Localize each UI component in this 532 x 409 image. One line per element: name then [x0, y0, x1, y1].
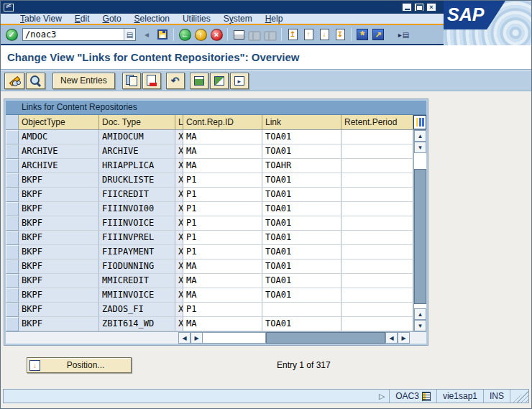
row-selector[interactable]: [6, 245, 19, 259]
cancel-button[interactable]: ×: [208, 27, 224, 42]
cell[interactable]: X: [175, 159, 183, 173]
cell[interactable]: X: [175, 317, 183, 331]
cell[interactable]: ZBIT614_WD: [99, 317, 175, 331]
cell[interactable]: [341, 274, 413, 288]
row-selector[interactable]: [6, 144, 19, 159]
cell[interactable]: X: [175, 245, 183, 259]
cell[interactable]: AMIDOCUM: [99, 130, 175, 144]
cell[interactable]: TOA01: [262, 274, 341, 288]
cell[interactable]: TOA01: [262, 144, 341, 159]
cell[interactable]: X: [175, 130, 183, 144]
hscroll-track[interactable]: [203, 332, 266, 344]
cell[interactable]: P1: [183, 303, 262, 317]
cell[interactable]: [341, 188, 413, 202]
copy-as-button[interactable]: [122, 73, 141, 89]
row-selector[interactable]: [6, 216, 19, 231]
cell[interactable]: P1: [183, 216, 262, 231]
exit-button[interactable]: ↑: [193, 27, 208, 42]
cell[interactable]: P1: [183, 188, 262, 202]
row-selector[interactable]: [6, 188, 19, 202]
cell[interactable]: [341, 202, 413, 216]
resize-grip[interactable]: [510, 390, 528, 403]
scroll-left-button-right[interactable]: ◀: [385, 332, 398, 344]
cell[interactable]: TOA01: [262, 259, 341, 274]
status-expand-button[interactable]: ▷: [375, 390, 389, 403]
cell[interactable]: BKPF: [19, 317, 99, 331]
cell[interactable]: [341, 245, 413, 259]
cell[interactable]: MMIINVOICE: [99, 288, 175, 303]
cell[interactable]: X: [175, 259, 183, 274]
cell[interactable]: MA: [183, 130, 262, 144]
cell[interactable]: [341, 231, 413, 245]
undo-change-button[interactable]: ↶: [166, 73, 185, 89]
vertical-scrollbar[interactable]: ▲▼▲▼: [413, 130, 426, 331]
cell[interactable]: P1: [183, 202, 262, 216]
cell[interactable]: TOA01: [262, 245, 341, 259]
row-selector[interactable]: [6, 274, 19, 288]
cell[interactable]: FIIINVPREL: [99, 231, 175, 245]
column-header-l[interactable]: L: [175, 115, 183, 129]
menu-utilities[interactable]: Utilities: [176, 14, 217, 24]
horizontal-scrollbar[interactable]: ◀▶◀▶: [6, 331, 426, 344]
cell[interactable]: X: [175, 202, 183, 216]
row-selector[interactable]: [6, 317, 19, 331]
delete-button[interactable]: [142, 73, 161, 89]
back-button[interactable]: ←: [177, 27, 193, 42]
deselect-all-button[interactable]: ▸: [230, 73, 249, 89]
toggle-display-change-button[interactable]: [4, 73, 24, 89]
command-history-button[interactable]: ▤: [124, 29, 135, 40]
row-selector[interactable]: [6, 159, 19, 173]
hscroll-thumb[interactable]: [266, 332, 385, 344]
new-session-button[interactable]: *: [354, 27, 370, 42]
cell[interactable]: BKPF: [19, 188, 99, 202]
cell[interactable]: MA: [183, 317, 262, 331]
select-all-button[interactable]: [190, 73, 208, 89]
row-selector[interactable]: [6, 259, 19, 274]
cell[interactable]: AMDOC: [19, 130, 99, 144]
menu-help[interactable]: Help: [259, 14, 290, 24]
select-block-button[interactable]: [210, 73, 229, 89]
cell[interactable]: MMICREDIT: [99, 274, 175, 288]
column-header-doc-type[interactable]: Doc. Type: [99, 115, 175, 129]
vscroll-thumb[interactable]: [414, 169, 426, 304]
row-selector[interactable]: [6, 130, 19, 144]
column-header-link[interactable]: Link: [262, 115, 341, 129]
enter-button[interactable]: ✓: [4, 27, 19, 42]
cell[interactable]: X: [175, 288, 183, 303]
cell[interactable]: [341, 130, 413, 144]
cell[interactable]: TOA01: [262, 130, 341, 144]
header-selection-cell[interactable]: [6, 115, 19, 129]
command-input[interactable]: [23, 29, 124, 40]
scroll-left-button[interactable]: ◀: [178, 332, 191, 344]
menu-table-view[interactable]: Table View: [14, 14, 68, 24]
cell[interactable]: [262, 303, 341, 317]
cell[interactable]: P1: [183, 231, 262, 245]
collapse-command-field-button[interactable]: ◂: [139, 27, 155, 42]
cell[interactable]: X: [175, 231, 183, 245]
cell[interactable]: FIIINVOICE: [99, 216, 175, 231]
scroll-up-button-bottom[interactable]: ▲: [414, 308, 426, 320]
menu-selection[interactable]: Selection: [128, 14, 176, 24]
position-button[interactable]: ↓ Position...: [27, 357, 132, 373]
cell[interactable]: BKPF: [19, 202, 99, 216]
cell[interactable]: BKPF: [19, 303, 99, 317]
cell[interactable]: [341, 259, 413, 274]
page-down-button[interactable]: ↓: [316, 27, 332, 42]
page-up-button[interactable]: ↑: [301, 27, 316, 42]
cell[interactable]: MA: [183, 159, 262, 173]
cell[interactable]: MA: [183, 274, 262, 288]
cell[interactable]: BKPF: [19, 259, 99, 274]
cell[interactable]: HRIAPPLICA: [99, 159, 175, 173]
last-page-button[interactable]: ↧: [332, 27, 348, 42]
cell[interactable]: X: [175, 303, 183, 317]
maximize-button[interactable]: [414, 3, 424, 12]
cell[interactable]: TOA01: [262, 173, 341, 188]
row-selector[interactable]: [6, 303, 19, 317]
menu-goto[interactable]: Goto: [96, 14, 128, 24]
cell[interactable]: TOA01: [262, 288, 341, 303]
row-selector[interactable]: [6, 231, 19, 245]
cell[interactable]: BKPF: [19, 245, 99, 259]
cell[interactable]: DRUCKLISTE: [99, 173, 175, 188]
cell[interactable]: TOAHR: [262, 159, 341, 173]
cell[interactable]: X: [175, 216, 183, 231]
